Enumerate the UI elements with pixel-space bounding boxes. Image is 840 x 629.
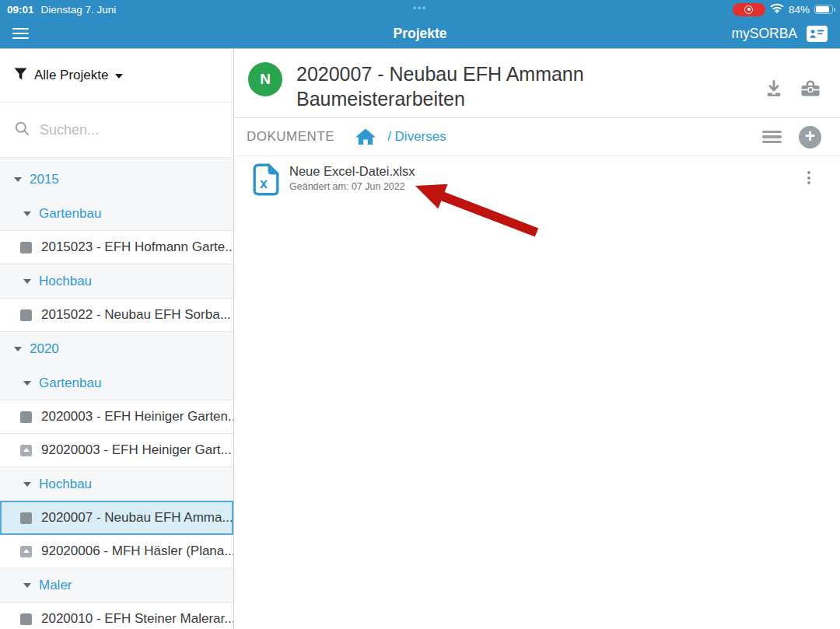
project-subproject-icon xyxy=(20,445,32,456)
search-bar xyxy=(0,103,233,158)
documents-toolbar: DOKUMENTE / Diverses + xyxy=(234,118,840,156)
svg-text:x: x xyxy=(260,176,268,191)
search-input[interactable] xyxy=(38,121,222,139)
tree-project-label: 2015023 - EFH Hofmann Garte... xyxy=(41,239,233,255)
status-bar: 09:01 Dienstag 7. Juni ••• 84% xyxy=(0,0,840,19)
contacts-icon[interactable] xyxy=(807,26,828,42)
top-bar: 09:01 Dienstag 7. Juni ••• 84% xyxy=(0,0,840,49)
project-square-icon xyxy=(20,411,32,423)
tree-group[interactable]: 2015 xyxy=(0,162,233,197)
tree-project-label: 2015022 - Neubau EFH Sorba... xyxy=(41,307,231,323)
status-date: Dienstag 7. Juni xyxy=(41,4,117,16)
excel-file-icon: x xyxy=(253,163,279,199)
file-menu-icon[interactable] xyxy=(804,168,814,187)
caret-down-icon xyxy=(23,211,31,216)
project-square-icon xyxy=(20,613,32,625)
tree-group-label: 2020 xyxy=(30,341,59,357)
tree-group[interactable]: 2020 xyxy=(0,332,233,366)
project-square-icon xyxy=(20,309,32,321)
section-label: DOKUMENTE xyxy=(247,129,334,145)
brand-label: mySORBA xyxy=(731,26,797,42)
tree-project-label: 2020010 - EFH Steiner Malerar... xyxy=(41,611,233,627)
battery-icon xyxy=(814,5,833,14)
caret-down-icon xyxy=(23,279,31,284)
tree-project-selected[interactable]: 2020007 - Neubau EFH Amma... xyxy=(0,501,233,535)
file-modified-date: Geändert am: 07 Jun 2022 xyxy=(289,181,415,192)
file-row[interactable]: xNeue Excel-Datei.xlsxGeändert am: 07 Ju… xyxy=(253,163,828,199)
app-screen: 09:01 Dienstag 7. Juni ••• 84% xyxy=(0,0,840,629)
tree-group[interactable]: Hochbau xyxy=(0,467,233,501)
view-list-icon[interactable] xyxy=(762,131,782,144)
record-icon xyxy=(744,5,753,14)
tree-project[interactable]: 92020006 - MFH Häsler (Plana... xyxy=(0,534,233,568)
tree-group-label: Hochbau xyxy=(39,477,92,492)
search-icon xyxy=(14,121,30,140)
add-document-button[interactable]: + xyxy=(799,126,821,149)
battery-percent: 84% xyxy=(789,4,810,16)
project-square-icon xyxy=(20,512,32,524)
main-panel: N 2020007 - Neubau EFH Ammann Baumeister… xyxy=(234,49,840,629)
project-square-icon xyxy=(20,242,32,253)
nav-title: Projekte xyxy=(393,26,446,42)
tree-project[interactable]: 2015022 - Neubau EFH Sorba... xyxy=(0,298,233,332)
project-tree: 2015Gartenbau2015023 - EFH Hofmann Garte… xyxy=(0,158,233,629)
toolbar-actions: + xyxy=(762,126,828,149)
project-filter-dropdown[interactable]: Alle Projekte xyxy=(0,49,233,103)
tree-project[interactable]: 2020003 - EFH Heiniger Garten... xyxy=(0,400,233,434)
home-icon[interactable] xyxy=(355,128,376,146)
tree-group[interactable]: Gartenbau xyxy=(0,197,233,231)
nav-right: mySORBA xyxy=(731,26,828,42)
tree-group[interactable]: Gartenbau xyxy=(0,366,233,400)
multitask-dots-icon: ••• xyxy=(413,2,428,13)
tree-group-label: Gartenbau xyxy=(39,376,101,391)
content-area: Alle Projekte 2015Gartenbau2015023 - EFH… xyxy=(0,49,840,629)
caret-down-icon xyxy=(23,482,31,487)
tree-project-label: 2020007 - Neubau EFH Amma... xyxy=(41,510,233,526)
menu-icon[interactable] xyxy=(12,28,29,39)
tree-project-label: 92020006 - MFH Häsler (Plana... xyxy=(41,543,233,559)
sidebar: Alle Projekte 2015Gartenbau2015023 - EFH… xyxy=(0,49,234,629)
filter-funnel-icon xyxy=(14,68,27,83)
caret-down-icon xyxy=(14,177,22,182)
tree-project-label: 92020003 - EFH Heiniger Gart... xyxy=(41,442,232,458)
download-icon[interactable] xyxy=(764,79,784,99)
file-name: Neue Excel-Datei.xlsx xyxy=(289,164,415,179)
clock: 09:01 xyxy=(7,4,34,16)
breadcrumb[interactable]: / Diverses xyxy=(387,129,446,145)
project-avatar: N xyxy=(248,62,282,96)
tree-group-label: Gartenbau xyxy=(39,206,101,222)
tree-group-label: 2015 xyxy=(30,172,59,187)
tree-project-label: 2020003 - EFH Heiniger Garten... xyxy=(41,409,233,425)
tree-group[interactable]: Maler xyxy=(0,568,233,603)
status-left: 09:01 Dienstag 7. Juni xyxy=(7,4,116,16)
filter-label: Alle Projekte xyxy=(34,68,108,83)
tree-project[interactable]: 2020010 - EFH Steiner Malerar... xyxy=(0,602,233,629)
tree-project[interactable]: 2015023 - EFH Hofmann Garte... xyxy=(0,230,233,264)
tree-group-label: Hochbau xyxy=(39,274,92,289)
caret-down-icon xyxy=(23,381,31,386)
project-actions xyxy=(764,79,828,99)
tree-group[interactable]: Hochbau xyxy=(0,264,233,299)
file-list: xNeue Excel-Datei.xlsxGeändert am: 07 Ju… xyxy=(234,156,840,199)
toolbox-icon[interactable] xyxy=(800,79,821,98)
tree-project[interactable]: 92020003 - EFH Heiniger Gart... xyxy=(0,433,233,467)
screen-recording-indicator[interactable] xyxy=(733,3,765,16)
tree-group-label: Maler xyxy=(39,578,72,593)
project-header: N 2020007 - Neubau EFH Ammann Baumeister… xyxy=(234,49,840,118)
caret-down-icon xyxy=(23,583,31,588)
wifi-icon xyxy=(770,3,784,16)
status-right: 84% xyxy=(733,3,833,16)
project-subproject-icon xyxy=(20,546,32,557)
caret-down-icon xyxy=(14,347,22,351)
nav-bar: Projekte mySORBA xyxy=(0,19,840,48)
project-title: 2020007 - Neubau EFH Ammann Baumeisterar… xyxy=(296,61,662,111)
chevron-down-icon xyxy=(115,74,123,79)
